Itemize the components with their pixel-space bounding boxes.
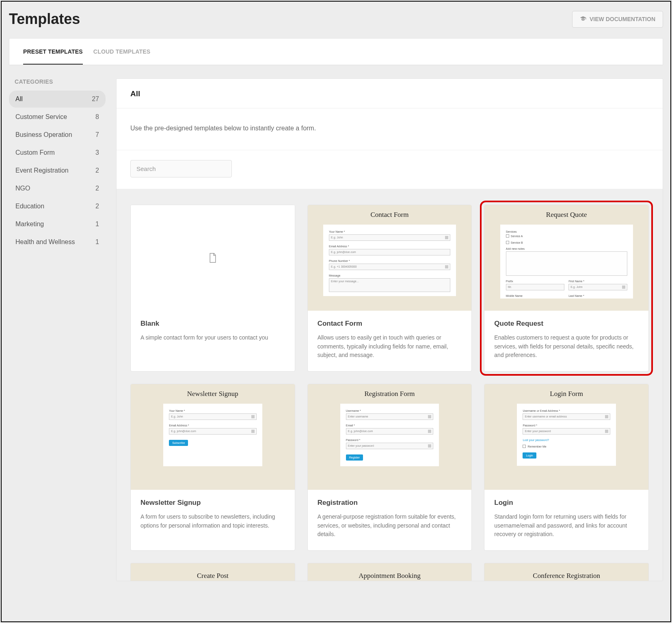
category-label: Business Operation (15, 131, 72, 138)
document-icon (209, 253, 216, 263)
category-event-registration[interactable]: Event Registration 2 (9, 162, 106, 179)
category-count: 27 (92, 95, 99, 103)
template-card-registration[interactable]: Registration Form Username * Enter usern… (307, 384, 472, 551)
search-input[interactable] (130, 160, 232, 177)
category-count: 2 (95, 167, 99, 174)
template-description: Enables customers to request a quote for… (494, 333, 639, 360)
template-preview: Request Quote Services Service A Service… (484, 205, 648, 311)
template-preview: Login Form Username or Email Address * E… (484, 384, 648, 490)
category-count: 3 (95, 149, 99, 156)
template-title: Blank (140, 320, 285, 328)
page-title: Templates (9, 11, 80, 28)
category-all[interactable]: All 27 (9, 91, 106, 108)
template-card-blank[interactable]: Blank A simple contact form for your use… (130, 205, 295, 372)
category-label: Marketing (15, 221, 44, 228)
template-card-contact-form[interactable]: Contact Form Your Name * E.g. John Email… (307, 205, 472, 372)
graduation-cap-icon (580, 15, 586, 23)
category-marketing[interactable]: Marketing 1 (9, 216, 106, 233)
template-card-appointment-booking[interactable]: Appointment Booking (307, 563, 472, 581)
category-label: Custom Form (15, 149, 55, 156)
preview-title: Contact Form (371, 211, 409, 219)
template-card-newsletter-signup[interactable]: Newsletter Signup Your Name * E.g. John … (130, 384, 295, 551)
main-description: Use the pre-designed templates below to … (117, 108, 663, 150)
template-card-conference-registration[interactable]: Conference Registration (484, 563, 649, 581)
template-title: Login (494, 499, 639, 507)
category-business-operation[interactable]: Business Operation 7 (9, 126, 106, 143)
category-ngo[interactable]: NGO 2 (9, 180, 106, 197)
template-preview: Newsletter Signup Your Name * E.g. John … (131, 384, 295, 490)
category-custom-form[interactable]: Custom Form 3 (9, 144, 106, 161)
category-label: Health and Wellness (15, 238, 75, 246)
template-card-login[interactable]: Login Form Username or Email Address * E… (484, 384, 649, 551)
template-title: Newsletter Signup (140, 499, 285, 507)
template-title: Contact Form (318, 320, 462, 328)
category-education[interactable]: Education 2 (9, 198, 106, 215)
template-description: Standard login form for returning users … (494, 513, 639, 539)
category-label: Event Registration (15, 167, 69, 174)
category-label: All (15, 95, 23, 103)
category-count: 7 (95, 131, 99, 138)
tab-preset-templates[interactable]: PRESET TEMPLATES (23, 39, 83, 65)
category-label: Customer Service (15, 113, 67, 121)
template-preview: Registration Form Username * Enter usern… (308, 384, 472, 490)
category-label: Education (15, 203, 44, 210)
category-count: 1 (95, 221, 99, 228)
template-card-quote-request[interactable]: Request Quote Services Service A Service… (484, 205, 649, 372)
categories-sidebar: CATEGORIES All 27 Customer Service 8 Bus… (9, 78, 106, 581)
main-category-title: All (117, 79, 663, 108)
preview-title: Registration Form (364, 390, 415, 398)
template-card-create-post[interactable]: Create Post (130, 563, 295, 581)
category-count: 8 (95, 113, 99, 121)
category-count: 2 (95, 203, 99, 210)
template-preview: Contact Form Your Name * E.g. John Email… (308, 205, 472, 311)
category-customer-service[interactable]: Customer Service 8 (9, 108, 106, 125)
template-preview (131, 205, 295, 311)
categories-heading: CATEGORIES (9, 78, 106, 91)
category-count: 1 (95, 238, 99, 246)
template-title: Registration (318, 499, 462, 507)
category-label: NGO (15, 185, 30, 192)
main-panel: All Use the pre-designed templates below… (116, 78, 663, 581)
template-description: A general-purpose registration form suit… (318, 513, 462, 539)
tab-cloud-templates[interactable]: CLOUD TEMPLATES (93, 39, 150, 65)
template-title: Quote Request (494, 320, 639, 328)
view-documentation-button[interactable]: VIEW DOCUMENTATION (572, 11, 663, 28)
preview-title: Newsletter Signup (187, 390, 238, 398)
template-description: A form for users to subscribe to newslet… (140, 513, 285, 530)
preview-title: Request Quote (546, 211, 587, 219)
template-description: Allows users to easily get in touch with… (318, 333, 462, 360)
view-documentation-label: VIEW DOCUMENTATION (590, 16, 655, 22)
category-count: 2 (95, 185, 99, 192)
category-health-wellness[interactable]: Health and Wellness 1 (9, 234, 106, 251)
template-description: A simple contact form for your users to … (140, 333, 285, 342)
preview-title: Login Form (550, 390, 583, 398)
